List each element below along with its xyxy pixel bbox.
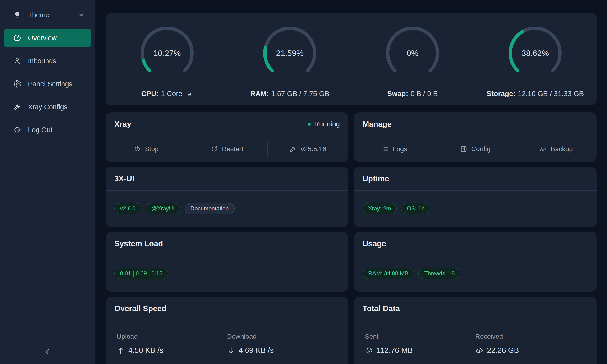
storage-gauge-cell: 38.62% Storage: 12.10 GB / 31.33 GB [474,13,597,105]
xray-uptime-tag: Xray: 2m [363,203,397,214]
swap-gauge-value: 0% [384,25,441,81]
sidebar-item-label: Log Out [28,126,53,134]
system-load-card: System Load 0.01 | 0.09 | 0.15 [106,232,348,292]
running-dot-icon [307,122,311,126]
usage-tags: RAM: 34.08 MB Threads: 18 [354,256,596,291]
backup-button[interactable]: Backup [516,136,596,162]
sidebar-item-logout[interactable]: Log Out [3,121,91,139]
received-value: 22.26 GB [475,346,586,355]
row-speed-data: Overall Speed Upload 4.50 KB /s Download [106,297,596,364]
config-button[interactable]: Config [435,136,516,162]
sent-value: 112.76 MB [365,346,475,355]
load-average-tag: 0.01 | 0.09 | 0.15 [114,268,168,279]
main-content: 10.27% CPU: 1 Core 21.59% RAM: 1.67 GB [95,0,607,364]
sidebar-collapse-button[interactable] [40,345,54,359]
uptime-tags: Xray: 2m OS: 1h [354,191,596,227]
swap-gauge-cell: 0% Swap: 0 B / 0 B [351,13,474,105]
download-value: 4.69 KB /s [227,346,338,355]
overall-speed-card: Overall Speed Upload 4.50 KB /s Download [106,297,348,364]
system-status-card: 10.27% CPU: 1 Core 21.59% RAM: 1.67 GB [106,13,596,105]
manage-card-header: Manage [354,112,596,136]
area-chart-icon[interactable] [186,90,193,97]
lightbulb-icon [13,11,22,19]
restart-icon [211,145,218,153]
overall-speed-card-header: Overall Speed [106,297,348,320]
download-stat: Download 4.69 KB /s [227,333,338,355]
stat-label: Upload [117,333,227,340]
row-load-usage: System Load 0.01 | 0.09 | 0.15 Usage RAM… [106,232,596,292]
cpu-gauge: 10.27% [139,25,196,81]
card-title: Overall Speed [114,304,166,313]
ram-gauge-label: RAM: 1.67 GB / 7.75 GB [251,90,329,98]
chevron-down-icon [78,12,85,18]
documentation-tag[interactable]: Documentation [185,203,234,214]
ram-gauge-cell: 21.59% RAM: 1.67 GB / 7.75 GB [229,13,351,105]
sidebar-item-label: Xray Configs [28,103,67,111]
total-data-card-header: Total Data [354,297,596,320]
xray-card: Xray Running Stop Restart [106,112,348,162]
power-icon [134,145,141,153]
uptime-card-header: Uptime [354,167,596,191]
storage-gauge-label: Storage: 12.10 GB / 31.33 GB [487,90,584,98]
card-title: Xray [114,120,131,129]
ram-gauge-value: 21.59% [261,25,318,81]
ram-usage-tag: RAM: 34.08 MB [363,268,414,279]
os-uptime-tag: OS: 1h [401,203,430,214]
usage-card-header: Usage [354,232,596,256]
sidebar-item-overview[interactable]: Overview [3,29,91,47]
storage-gauge: 38.62% [507,25,564,81]
xui-card: 3X-UI v2.6.0 @XrayUI Documentation [106,167,348,227]
storage-gauge-value: 38.62% [507,25,564,81]
cloud-server-icon [540,145,547,153]
sidebar-item-theme[interactable]: Theme [3,6,91,24]
sidebar: Theme Overview Inbounds Panel Settings X… [0,0,95,364]
xray-actions: Stop Restart v25.5.16 [106,136,348,162]
total-data-stats: Sent 112.76 MB Received 22.26 GB [354,333,596,355]
sidebar-item-label: Panel Settings [28,80,72,88]
sidebar-item-xray-configs[interactable]: Xray Configs [3,98,91,116]
system-load-tags: 0.01 | 0.09 | 0.15 [106,256,348,291]
logs-button[interactable]: Logs [354,136,435,162]
chevron-left-icon [43,348,52,356]
wrench-icon [290,145,297,153]
manage-card: Manage Logs Config [354,112,596,162]
xray-card-header: Xray Running [106,112,348,136]
system-load-card-header: System Load [106,232,348,256]
status-label: Running [314,120,340,128]
sidebar-item-label: Inbounds [28,57,56,65]
cpu-gauge-cell: 10.27% CPU: 1 Core [106,13,229,105]
cloud-upload-icon [365,347,373,354]
cpu-gauge-value: 10.27% [139,25,196,81]
ram-gauge: 21.59% [261,25,318,81]
xui-tags: v2.6.0 @XrayUI Documentation [106,191,348,227]
sidebar-item-label: Overview [28,34,57,42]
card-title: Usage [363,239,386,248]
row-xray-manage: Xray Running Stop Restart [106,112,596,162]
stat-label: Sent [365,333,475,340]
stop-button[interactable]: Stop [106,136,187,162]
received-stat: Received 22.26 GB [475,333,586,355]
restart-button[interactable]: Restart [187,136,267,162]
card-title: Manage [363,120,392,129]
card-title: System Load [114,239,163,248]
sidebar-item-panel-settings[interactable]: Panel Settings [3,75,91,93]
row-xui-uptime: 3X-UI v2.6.0 @XrayUI Documentation Uptim… [106,167,596,227]
dashboard-gauge-icon [13,34,22,42]
telegram-tag[interactable]: @XrayUI [145,203,180,214]
version-tag[interactable]: v2.6.0 [114,203,141,214]
cloud-download-icon [475,347,484,354]
logout-icon [13,126,22,134]
sidebar-item-label: Theme [28,11,49,19]
card-title: Uptime [363,174,389,183]
sidebar-item-inbounds[interactable]: Inbounds [3,52,91,70]
user-icon [13,57,22,65]
xray-version-button[interactable]: v25.5.16 [267,136,348,162]
uptime-card: Uptime Xray: 2m OS: 1h [354,167,596,227]
upload-stat: Upload 4.50 KB /s [117,333,227,355]
manage-actions: Logs Config Backup [354,136,596,162]
list-icon [382,145,389,153]
swap-gauge-label: Swap: 0 B / 0 B [387,90,438,98]
gear-icon [13,80,22,88]
xui-card-header: 3X-UI [106,167,348,191]
card-title: Total Data [363,304,400,313]
